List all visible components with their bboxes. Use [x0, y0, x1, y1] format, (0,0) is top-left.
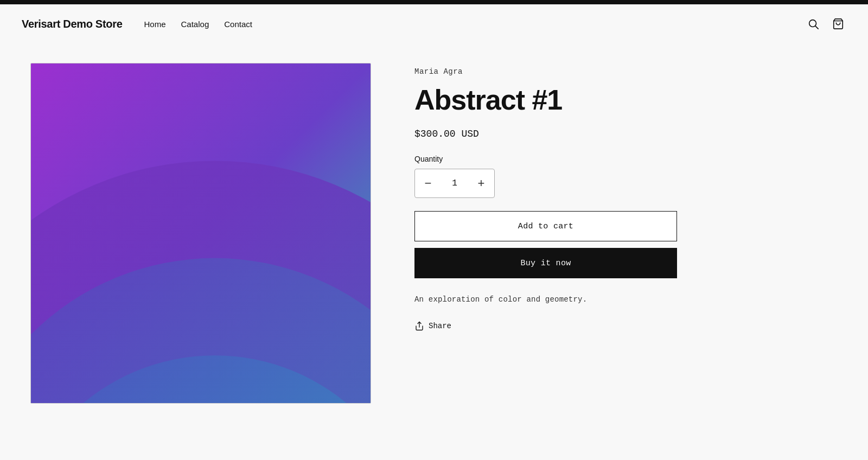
header-right — [805, 16, 846, 32]
product-info: Maria Agra Abstract #1 $300.00 USD Quant… — [414, 63, 792, 331]
header-left: Verisart Demo Store Home Catalog Contact — [22, 18, 252, 30]
search-button[interactable] — [805, 16, 821, 32]
share-button[interactable]: Share — [414, 321, 451, 331]
search-icon — [807, 18, 819, 30]
svg-line-1 — [815, 26, 818, 29]
nav-item-catalog[interactable]: Catalog — [181, 20, 209, 29]
quantity-control: − 1 + — [414, 169, 495, 198]
product-image-wrapper — [30, 63, 371, 404]
share-label: Share — [429, 322, 451, 330]
buy-now-button[interactable]: Buy it now — [414, 248, 677, 278]
quantity-decrease-button[interactable]: − — [415, 169, 441, 197]
header: Verisart Demo Store Home Catalog Contact — [0, 4, 868, 43]
top-bar — [0, 0, 868, 4]
add-to-cart-button[interactable]: Add to cart — [414, 211, 677, 241]
main-nav: Home Catalog Contact — [144, 20, 252, 29]
quantity-label: Quantity — [414, 155, 792, 163]
nav-item-contact[interactable]: Contact — [224, 20, 252, 29]
cart-button[interactable] — [830, 16, 846, 32]
product-title: Abstract #1 — [414, 85, 792, 116]
product-artist: Maria Agra — [414, 67, 792, 76]
main-content: Maria Agra Abstract #1 $300.00 USD Quant… — [0, 43, 814, 436]
product-description: An exploration of color and geometry. — [414, 293, 792, 305]
store-title[interactable]: Verisart Demo Store — [22, 18, 123, 30]
quantity-increase-button[interactable]: + — [468, 169, 494, 197]
nav-item-home[interactable]: Home — [144, 20, 166, 29]
cart-icon — [832, 18, 844, 30]
product-image — [31, 63, 371, 403]
quantity-value: 1 — [441, 178, 468, 188]
product-price: $300.00 USD — [414, 129, 792, 139]
share-icon — [414, 321, 424, 331]
